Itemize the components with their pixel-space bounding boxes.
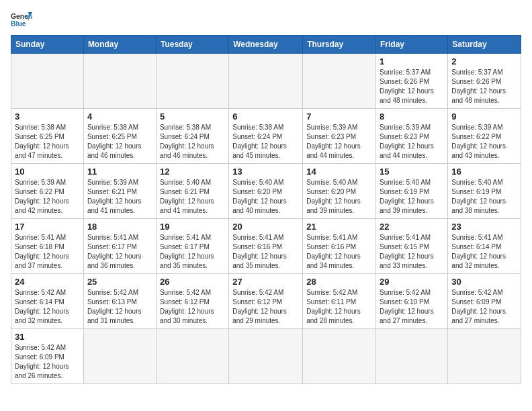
- day-number: 23: [451, 222, 517, 232]
- day-info: Sunrise: 5:40 AM Sunset: 6:21 PM Dayligh…: [160, 178, 225, 216]
- day-number: 26: [160, 277, 225, 287]
- calendar-cell: 22Sunrise: 5:41 AM Sunset: 6:15 PM Dayli…: [376, 219, 448, 274]
- day-number: 25: [87, 277, 152, 287]
- logo-icon: General Blue: [11, 11, 32, 30]
- logo: General Blue: [11, 11, 32, 30]
- weekday-header-sunday: Sunday: [11, 36, 84, 54]
- calendar-cell: 18Sunrise: 5:41 AM Sunset: 6:17 PM Dayli…: [83, 219, 156, 274]
- day-number: 12: [160, 167, 225, 177]
- calendar-cell: 1Sunrise: 5:37 AM Sunset: 6:26 PM Daylig…: [376, 54, 448, 109]
- calendar-cell: [11, 54, 84, 109]
- day-info: Sunrise: 5:37 AM Sunset: 6:26 PM Dayligh…: [380, 68, 444, 105]
- day-info: Sunrise: 5:41 AM Sunset: 6:14 PM Dayligh…: [451, 233, 517, 271]
- day-number: 5: [160, 111, 225, 122]
- svg-text:Blue: Blue: [11, 20, 26, 28]
- day-info: Sunrise: 5:41 AM Sunset: 6:15 PM Dayligh…: [380, 233, 444, 271]
- day-info: Sunrise: 5:42 AM Sunset: 6:14 PM Dayligh…: [15, 288, 80, 326]
- day-number: 19: [160, 222, 225, 232]
- day-info: Sunrise: 5:42 AM Sunset: 6:10 PM Dayligh…: [380, 288, 444, 326]
- day-number: 18: [87, 222, 152, 232]
- day-info: Sunrise: 5:40 AM Sunset: 6:20 PM Dayligh…: [232, 178, 299, 216]
- calendar-cell: 3Sunrise: 5:38 AM Sunset: 6:25 PM Daylig…: [11, 109, 84, 164]
- calendar-cell: 6Sunrise: 5:38 AM Sunset: 6:24 PM Daylig…: [229, 109, 303, 164]
- calendar-cell: 5Sunrise: 5:38 AM Sunset: 6:24 PM Daylig…: [156, 109, 228, 164]
- day-number: 29: [380, 277, 444, 287]
- day-number: 7: [306, 111, 372, 122]
- day-info: Sunrise: 5:42 AM Sunset: 6:13 PM Dayligh…: [87, 288, 152, 326]
- calendar-cell: 23Sunrise: 5:41 AM Sunset: 6:14 PM Dayli…: [448, 219, 521, 274]
- day-info: Sunrise: 5:38 AM Sunset: 6:25 PM Dayligh…: [87, 123, 152, 161]
- calendar-cell: 21Sunrise: 5:41 AM Sunset: 6:16 PM Dayli…: [303, 219, 376, 274]
- calendar-cell: [83, 329, 156, 384]
- calendar-week-2: 3Sunrise: 5:38 AM Sunset: 6:25 PM Daylig…: [11, 109, 521, 164]
- calendar-cell: 19Sunrise: 5:41 AM Sunset: 6:17 PM Dayli…: [156, 219, 228, 274]
- day-number: 10: [15, 167, 80, 177]
- calendar-cell: 29Sunrise: 5:42 AM Sunset: 6:10 PM Dayli…: [376, 274, 448, 329]
- calendar-cell: 10Sunrise: 5:39 AM Sunset: 6:22 PM Dayli…: [11, 164, 84, 219]
- calendar-cell: 13Sunrise: 5:40 AM Sunset: 6:20 PM Dayli…: [229, 164, 303, 219]
- day-info: Sunrise: 5:40 AM Sunset: 6:20 PM Dayligh…: [306, 178, 372, 216]
- calendar-cell: 24Sunrise: 5:42 AM Sunset: 6:14 PM Dayli…: [11, 274, 84, 329]
- calendar-cell: 17Sunrise: 5:41 AM Sunset: 6:18 PM Dayli…: [11, 219, 84, 274]
- calendar-week-3: 10Sunrise: 5:39 AM Sunset: 6:22 PM Dayli…: [11, 164, 521, 219]
- page-header: General Blue: [11, 11, 521, 30]
- calendar-cell: [229, 329, 303, 384]
- day-info: Sunrise: 5:42 AM Sunset: 6:12 PM Dayligh…: [160, 288, 225, 326]
- calendar-week-1: 1Sunrise: 5:37 AM Sunset: 6:26 PM Daylig…: [11, 54, 521, 109]
- calendar-cell: 12Sunrise: 5:40 AM Sunset: 6:21 PM Dayli…: [156, 164, 228, 219]
- day-info: Sunrise: 5:40 AM Sunset: 6:19 PM Dayligh…: [451, 178, 517, 216]
- day-info: Sunrise: 5:41 AM Sunset: 6:16 PM Dayligh…: [232, 233, 299, 271]
- day-info: Sunrise: 5:38 AM Sunset: 6:24 PM Dayligh…: [232, 123, 299, 161]
- day-number: 16: [451, 167, 517, 177]
- day-info: Sunrise: 5:39 AM Sunset: 6:23 PM Dayligh…: [380, 123, 444, 161]
- day-info: Sunrise: 5:40 AM Sunset: 6:19 PM Dayligh…: [380, 178, 444, 216]
- calendar-cell: [156, 54, 228, 109]
- day-info: Sunrise: 5:41 AM Sunset: 6:16 PM Dayligh…: [306, 233, 372, 271]
- calendar-cell: 2Sunrise: 5:37 AM Sunset: 6:26 PM Daylig…: [448, 54, 521, 109]
- calendar-cell: 20Sunrise: 5:41 AM Sunset: 6:16 PM Dayli…: [229, 219, 303, 274]
- day-number: 3: [15, 111, 80, 122]
- calendar-cell: 30Sunrise: 5:42 AM Sunset: 6:09 PM Dayli…: [448, 274, 521, 329]
- calendar-cell: 9Sunrise: 5:39 AM Sunset: 6:22 PM Daylig…: [448, 109, 521, 164]
- day-info: Sunrise: 5:41 AM Sunset: 6:18 PM Dayligh…: [15, 233, 80, 271]
- day-number: 8: [380, 111, 444, 122]
- day-number: 27: [232, 277, 299, 287]
- calendar-table: SundayMondayTuesdayWednesdayThursdayFrid…: [11, 35, 521, 384]
- day-number: 28: [306, 277, 372, 287]
- weekday-header-friday: Friday: [376, 36, 448, 54]
- day-number: 21: [306, 222, 372, 232]
- calendar-cell: 16Sunrise: 5:40 AM Sunset: 6:19 PM Dayli…: [448, 164, 521, 219]
- day-number: 9: [451, 111, 517, 122]
- day-info: Sunrise: 5:39 AM Sunset: 6:23 PM Dayligh…: [306, 123, 372, 161]
- day-number: 13: [232, 167, 299, 177]
- day-info: Sunrise: 5:38 AM Sunset: 6:25 PM Dayligh…: [15, 123, 80, 161]
- calendar-cell: [156, 329, 228, 384]
- day-info: Sunrise: 5:37 AM Sunset: 6:26 PM Dayligh…: [451, 68, 517, 105]
- day-number: 31: [15, 332, 80, 342]
- day-number: 30: [451, 277, 517, 287]
- calendar-cell: 14Sunrise: 5:40 AM Sunset: 6:20 PM Dayli…: [303, 164, 376, 219]
- day-info: Sunrise: 5:39 AM Sunset: 6:22 PM Dayligh…: [451, 123, 517, 161]
- day-info: Sunrise: 5:42 AM Sunset: 6:11 PM Dayligh…: [306, 288, 372, 326]
- day-info: Sunrise: 5:39 AM Sunset: 6:22 PM Dayligh…: [15, 178, 80, 216]
- calendar-cell: [448, 329, 521, 384]
- calendar-week-5: 24Sunrise: 5:42 AM Sunset: 6:14 PM Dayli…: [11, 274, 521, 329]
- day-info: Sunrise: 5:39 AM Sunset: 6:21 PM Dayligh…: [87, 178, 152, 216]
- calendar-cell: [376, 329, 448, 384]
- weekday-header-monday: Monday: [83, 36, 156, 54]
- calendar-cell: 15Sunrise: 5:40 AM Sunset: 6:19 PM Dayli…: [376, 164, 448, 219]
- calendar-cell: [83, 54, 156, 109]
- day-number: 24: [15, 277, 80, 287]
- calendar-cell: 8Sunrise: 5:39 AM Sunset: 6:23 PM Daylig…: [376, 109, 448, 164]
- day-info: Sunrise: 5:42 AM Sunset: 6:09 PM Dayligh…: [15, 343, 80, 381]
- day-info: Sunrise: 5:42 AM Sunset: 6:09 PM Dayligh…: [451, 288, 517, 326]
- day-info: Sunrise: 5:38 AM Sunset: 6:24 PM Dayligh…: [160, 123, 225, 161]
- calendar-cell: 26Sunrise: 5:42 AM Sunset: 6:12 PM Dayli…: [156, 274, 228, 329]
- day-number: 15: [380, 167, 444, 177]
- calendar-cell: 31Sunrise: 5:42 AM Sunset: 6:09 PM Dayli…: [11, 329, 84, 384]
- day-number: 4: [87, 111, 152, 122]
- day-number: 20: [232, 222, 299, 232]
- calendar-cell: 4Sunrise: 5:38 AM Sunset: 6:25 PM Daylig…: [83, 109, 156, 164]
- weekday-header-wednesday: Wednesday: [229, 36, 303, 54]
- day-number: 11: [87, 167, 152, 177]
